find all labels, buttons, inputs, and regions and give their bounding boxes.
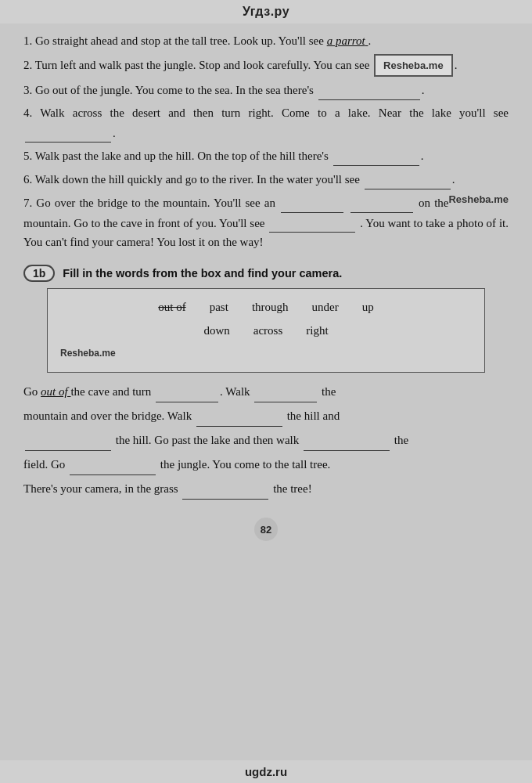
- resheba-stamp-2: Resheba.me: [448, 191, 509, 207]
- page-number: 82: [254, 518, 278, 541]
- resheba-stamp-3: Resheba.me: [60, 344, 472, 363]
- fill-blank-5: [304, 429, 390, 451]
- top-bar: Угдз.ру: [0, 0, 532, 23]
- page-number-container: 82: [23, 514, 509, 547]
- word-through: through: [252, 295, 289, 319]
- blank-3: [318, 80, 420, 100]
- fill-blank-1: [156, 381, 218, 402]
- blank-5: [333, 146, 419, 166]
- word-past: past: [210, 295, 228, 319]
- word-across: across: [253, 319, 283, 342]
- fill-blank-3: [196, 405, 282, 427]
- resheba-stamp-1: Resheba.me: [374, 54, 453, 77]
- page-content: 1. Go straight ahead and stop at the tal…: [0, 23, 532, 760]
- item1-answer: a parrot: [327, 34, 368, 47]
- fill-line-3: the hill. Go past the lake and then walk…: [23, 429, 509, 451]
- item-2: 2. Turn left and walk past the jungle. S…: [23, 54, 509, 77]
- word-right: right: [306, 319, 328, 342]
- item-4: 4. Walk across the desert and then turn …: [23, 103, 509, 143]
- item-6: 6. Walk down the hill quickly and go to …: [23, 169, 509, 189]
- word-out-of: out of: [158, 295, 185, 319]
- section-badge: 1b: [23, 265, 55, 282]
- section-label: 1b Fill in the words from the box and fi…: [23, 265, 509, 282]
- fill-line-4: field. Go the jungle. You come to the ta…: [23, 453, 509, 475]
- item-5: 5. Walk past the lake and up the hill. O…: [23, 146, 509, 166]
- fill-line-1: Go out of the cave and turn . Walk the: [23, 381, 509, 402]
- footer-site-label: ugdz.ru: [245, 765, 287, 778]
- word-under: under: [312, 295, 339, 319]
- site-title: Угдз.ру: [243, 5, 289, 18]
- section-instruction: Fill in the words from the box and find …: [63, 267, 342, 280]
- item-7: 7. Go over the bridge to the mountain. Y…: [23, 193, 509, 252]
- fill-blank-2: [254, 381, 317, 402]
- word-row-2: down across right: [60, 319, 472, 342]
- footer-bar: ugdz.ru: [0, 760, 532, 783]
- word-down: down: [203, 319, 229, 342]
- item-3: 3. Go out of the jungle. You come to the…: [23, 80, 509, 100]
- blank-7b: [350, 193, 413, 213]
- blank-7c: [269, 213, 355, 233]
- fill-block: Go out of the cave and turn . Walk the m…: [23, 381, 509, 500]
- main-text-block: 1. Go straight ahead and stop at the tal…: [23, 31, 509, 252]
- word-box: out of past through under up down across…: [47, 288, 485, 373]
- word-row-1: out of past through under up: [60, 295, 472, 319]
- blank-6: [365, 169, 451, 189]
- blank-4: [25, 123, 111, 143]
- item-1: 1. Go straight ahead and stop at the tal…: [23, 31, 509, 51]
- section-1b: 1b Fill in the words from the box and fi…: [23, 265, 509, 500]
- fill-line-2: mountain and over the bridge. Walk the h…: [23, 405, 509, 427]
- fill-blank-7: [182, 478, 268, 500]
- fill-blank-4: [25, 429, 111, 451]
- fill-blank-6: [70, 453, 156, 475]
- blank-7a: [281, 193, 343, 213]
- fill-answer-1: out of: [41, 385, 70, 398]
- fill-line-5: There's your camera, in the grass the tr…: [23, 478, 509, 500]
- word-up: up: [362, 295, 374, 319]
